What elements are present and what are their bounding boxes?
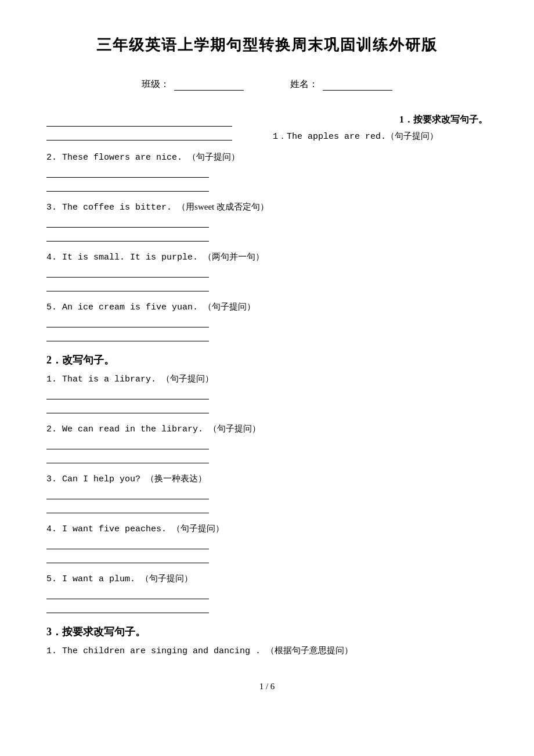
answer-line <box>46 603 209 613</box>
answer-line <box>46 389 209 399</box>
answer-line <box>46 267 209 278</box>
answer-line <box>46 589 209 599</box>
section2-q3: 3. Can I help you? （换一种表达） <box>46 471 488 513</box>
q2-answer-lines <box>46 167 488 192</box>
section3-header: 3．按要求改写句子。 <box>46 625 488 639</box>
q4-text: 4. It is small. It is purple. （两句并一句） <box>46 250 488 265</box>
section2-q5: 5. I want a plum. （句子提问） <box>46 571 488 613</box>
q5-text: 5. An ice cream is five yuan. （句子提问） <box>46 300 488 315</box>
answer-line <box>46 231 209 242</box>
answer-line <box>46 489 209 499</box>
section1-left <box>46 114 261 144</box>
section1-q5: 5. An ice cream is five yuan. （句子提问） <box>46 300 488 341</box>
answer-line <box>46 130 232 141</box>
answer-line <box>46 281 209 291</box>
s2q4-text: 4. I want five peaches. （句子提问） <box>46 521 488 537</box>
section1-q3: 3. The coffee is bitter. （用sweet 改成否定句） <box>46 200 488 242</box>
name-info: 姓名： <box>290 78 392 91</box>
s2q2-answer-lines <box>46 439 488 463</box>
section1-q4: 4. It is small. It is purple. （两句并一句） <box>46 250 488 291</box>
answer-line <box>46 439 209 449</box>
s2q1-text: 1. That is a library. （句子提问） <box>46 372 488 387</box>
s2q5-text: 5. I want a plum. （句子提问） <box>46 571 488 586</box>
class-field[interactable] <box>174 79 244 91</box>
answer-line <box>46 539 209 549</box>
s3q1-text: 1. The children are singing and dancing … <box>46 643 488 658</box>
s2q3-text: 3. Can I help you? （换一种表达） <box>46 471 488 487</box>
answer-line <box>46 331 209 341</box>
section-3: 3．按要求改写句子。 1. The children are singing a… <box>46 625 488 658</box>
q4-answer-lines <box>46 267 488 291</box>
section2-q2: 2. We can read in the library. （句子提问） <box>46 422 488 463</box>
answer-line <box>46 217 209 228</box>
section2-q1: 1. That is a library. （句子提问） <box>46 372 488 413</box>
answer-line <box>46 167 209 178</box>
class-info: 班级： <box>142 78 244 91</box>
page-title: 三年级英语上学期句型转换周末巩固训练外研版 <box>46 35 488 55</box>
section2-header: 2．改写句子。 <box>46 353 488 367</box>
answer-line <box>46 503 209 513</box>
s2q1-answer-lines <box>46 389 488 413</box>
page-number: 1 / 6 <box>46 682 488 692</box>
section-2: 2．改写句子。 1. That is a library. （句子提问） 2. … <box>46 353 488 613</box>
q5-answer-lines <box>46 317 488 341</box>
section3-q1: 1. The children are singing and dancing … <box>46 643 488 658</box>
section1-q2: 2. These flowers are nice. （句子提问） <box>46 150 488 192</box>
section1-right: 1．按要求改写句子。 1．The apples are red.（句子提问） <box>273 114 488 144</box>
answer-line <box>46 181 209 192</box>
answer-line <box>46 403 209 413</box>
s2q5-answer-lines <box>46 589 488 613</box>
q2-text: 2. These flowers are nice. （句子提问） <box>46 150 488 165</box>
answer-line <box>46 317 209 327</box>
answer-line <box>46 553 209 563</box>
s2q4-answer-lines <box>46 539 488 563</box>
q3-answer-lines <box>46 217 488 242</box>
answer-line <box>46 116 232 127</box>
q1-answer-lines <box>46 116 261 141</box>
section2-q4: 4. I want five peaches. （句子提问） <box>46 521 488 563</box>
q3-text: 3. The coffee is bitter. （用sweet 改成否定句） <box>46 200 488 215</box>
answer-line <box>46 453 209 463</box>
section-1: 1．按要求改写句子。 1．The apples are red.（句子提问） 2… <box>46 114 488 341</box>
class-label: 班级： <box>142 78 169 91</box>
name-label: 姓名： <box>290 78 318 91</box>
section1-header: 1．按要求改写句子。 <box>273 114 488 126</box>
s2q2-text: 2. We can read in the library. （句子提问） <box>46 422 488 437</box>
student-info: 班级： 姓名： <box>46 78 488 91</box>
section1-q1: 1．The apples are red.（句子提问） <box>273 131 488 142</box>
name-field[interactable] <box>323 79 392 91</box>
s2q3-answer-lines <box>46 489 488 513</box>
